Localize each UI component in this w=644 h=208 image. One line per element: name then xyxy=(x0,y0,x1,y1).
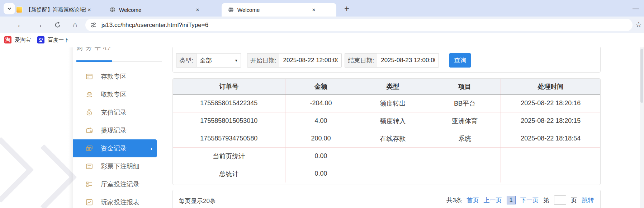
sidebar-header-accent xyxy=(76,60,112,62)
sidebar-item-player-bet-report[interactable]: 玩家投注报表 xyxy=(73,193,163,208)
column-amount: 金额 xyxy=(285,79,357,94)
column-process-time: 处理时间 xyxy=(501,79,601,94)
reload-icon xyxy=(54,22,61,28)
tab-haiyan-forum[interactable]: 【新提醒】海燕策略论坛综合交 × xyxy=(16,3,107,17)
sidebar-item-label: 提现记录 xyxy=(101,126,127,135)
sidebar-item-label: 彩票下注明细 xyxy=(101,162,139,171)
sidebar-item-hall-bet-records[interactable]: 厅室投注记录 xyxy=(73,175,163,193)
sidebar-item-label: 玩家投注报表 xyxy=(101,198,139,207)
chart-report-icon xyxy=(86,199,93,206)
table-header-row: 订单号 金额 类型 项目 处理时间 xyxy=(173,79,601,94)
cell-process-time: 2025-08-22 18:20:15 xyxy=(501,112,601,130)
main-content: 类型: 全部 ▾ 开始日期: 结束日期: 查询 xyxy=(172,47,601,208)
cell-empty xyxy=(357,147,429,165)
cell-process-time: 2025-08-22 18:20:16 xyxy=(501,94,601,112)
type-select-value: 全部 xyxy=(200,56,212,65)
prev-page-link[interactable]: 上一页 xyxy=(484,196,502,204)
cell-label: 当前页统计 xyxy=(173,147,285,165)
scrollbar-thumb[interactable] xyxy=(640,49,643,103)
sidebar: 财务中心 存款专区 取款专区 ¥ xyxy=(73,47,163,208)
background-chevron-decoration xyxy=(11,144,77,208)
back-button[interactable]: ← xyxy=(14,17,27,33)
end-date-group: 结束日期: xyxy=(345,53,439,68)
bookmarks-bar xyxy=(0,33,644,47)
jump-page-input[interactable] xyxy=(554,195,566,205)
end-date-input[interactable] xyxy=(377,53,439,68)
fund-records-table-panel: 订单号 金额 类型 项目 处理时间 1755858015422345 -204.… xyxy=(172,78,601,185)
haiyan-favicon xyxy=(16,7,22,13)
sidebar-item-label: 充值记录 xyxy=(101,108,127,117)
table-row: 1755858015053010 4.00 额度转入 亚洲体育 2025-08-… xyxy=(173,112,601,130)
tab-close-icon[interactable]: × xyxy=(86,6,93,14)
cell-empty xyxy=(429,165,501,182)
cell-type: 在线存款 xyxy=(357,130,429,147)
deposit-icon xyxy=(86,73,93,80)
bookmark-baidu[interactable]: 百度一下 xyxy=(37,34,69,45)
address-bar[interactable]: js13.cc/hhcp/usercenter.html?iniType=6 xyxy=(85,19,633,31)
table-row-grand-total: 总统计 0.00 xyxy=(173,165,601,182)
table-row: 1755858015422345 -204.00 额度转出 BB平台 2025-… xyxy=(173,94,601,112)
column-type: 类型 xyxy=(357,79,429,94)
cell-type: 额度转出 xyxy=(357,94,429,112)
start-date-input[interactable] xyxy=(279,53,342,68)
site-info-icon[interactable] xyxy=(90,22,96,28)
sidebar-item-deposit[interactable]: 存款专区 xyxy=(73,68,163,85)
tab-welcome-active[interactable]: Welcome × xyxy=(222,3,336,17)
sidebar-item-recharge-record[interactable]: ¥ 充值记录 xyxy=(73,103,163,121)
cell-amount: 0.00 xyxy=(285,165,357,182)
page-size-text: 每页显示20条 xyxy=(179,197,216,205)
reload-button[interactable] xyxy=(51,17,63,33)
column-project: 项目 xyxy=(429,79,501,94)
cell-amount: 200.00 xyxy=(285,130,357,147)
fund-records-table: 订单号 金额 类型 项目 处理时间 1755858015422345 -204.… xyxy=(173,79,601,182)
cell-label: 总统计 xyxy=(173,165,285,182)
taobao-icon: 淘 xyxy=(4,36,11,43)
tab-welcome-1[interactable]: Welcome × xyxy=(110,3,219,17)
type-filter-label: 类型: xyxy=(176,53,196,68)
tab-search-dropdown-button[interactable] xyxy=(4,3,15,14)
home-button[interactable]: ⌂ xyxy=(69,17,81,33)
jump-link[interactable]: 跳转 xyxy=(582,196,594,204)
hand-coins-icon xyxy=(86,91,93,98)
sidebar-item-fund-records[interactable]: 资金记录 › xyxy=(73,139,157,157)
pagination-panel: 每页显示20条 共3条 首页 上一页 1 下一页 第 页 跳转 xyxy=(172,190,601,208)
svg-text:¥: ¥ xyxy=(89,112,90,115)
bookmark-label: 百度一下 xyxy=(48,37,69,43)
new-tab-button[interactable]: + xyxy=(341,3,352,14)
next-page-link[interactable]: 下一页 xyxy=(520,196,539,204)
wallet-icon xyxy=(86,127,93,134)
list-document-icon xyxy=(86,163,93,170)
sidebar-header: 财务中心 xyxy=(76,47,112,52)
window-minimize-button[interactable]: — xyxy=(631,4,640,13)
sidebar-item-label: 取款专区 xyxy=(101,90,127,99)
tab-divider xyxy=(108,5,108,11)
tab-close-icon[interactable]: × xyxy=(194,6,201,14)
search-button[interactable]: 查询 xyxy=(449,53,471,68)
type-select[interactable]: 全部 ▾ xyxy=(196,53,241,68)
start-date-label: 开始日期: xyxy=(247,53,279,68)
cell-order-id: 1755858015422345 xyxy=(173,94,285,112)
cell-empty xyxy=(357,165,429,182)
chevron-right-icon: › xyxy=(150,145,152,152)
cell-empty xyxy=(429,147,501,165)
cell-amount: 0.00 xyxy=(285,147,357,165)
sidebar-item-label: 厅室投注记录 xyxy=(101,180,139,189)
jump-prefix-text: 第 xyxy=(543,196,549,204)
first-page-link[interactable]: 首页 xyxy=(467,196,479,204)
bookmark-star-icon[interactable]: ☆ xyxy=(634,20,643,29)
tab-title: Welcome xyxy=(237,7,311,13)
column-order-id: 订单号 xyxy=(173,79,285,94)
chevron-down-icon xyxy=(7,6,12,11)
cell-project: 亚洲体育 xyxy=(429,112,501,130)
filter-row: 类型: 全部 ▾ 开始日期: 结束日期: 查询 xyxy=(176,53,471,68)
sidebar-item-withdraw[interactable]: 取款专区 xyxy=(73,85,163,103)
tab-close-icon[interactable]: × xyxy=(311,6,317,14)
money-bag-icon: ¥ xyxy=(86,109,93,116)
sidebar-item-lottery-bet-detail[interactable]: 彩票下注明细 xyxy=(73,157,163,175)
tab-title: 【新提醒】海燕策略论坛综合交 xyxy=(26,6,86,13)
bookmark-label: 爱淘宝 xyxy=(15,37,31,43)
forward-button[interactable]: → xyxy=(33,17,45,33)
sidebar-item-withdrawal-record[interactable]: 提现记录 xyxy=(73,121,163,139)
current-page-badge[interactable]: 1 xyxy=(507,196,516,204)
bookmark-aitaobao[interactable]: 淘 爱淘宝 xyxy=(4,34,31,45)
